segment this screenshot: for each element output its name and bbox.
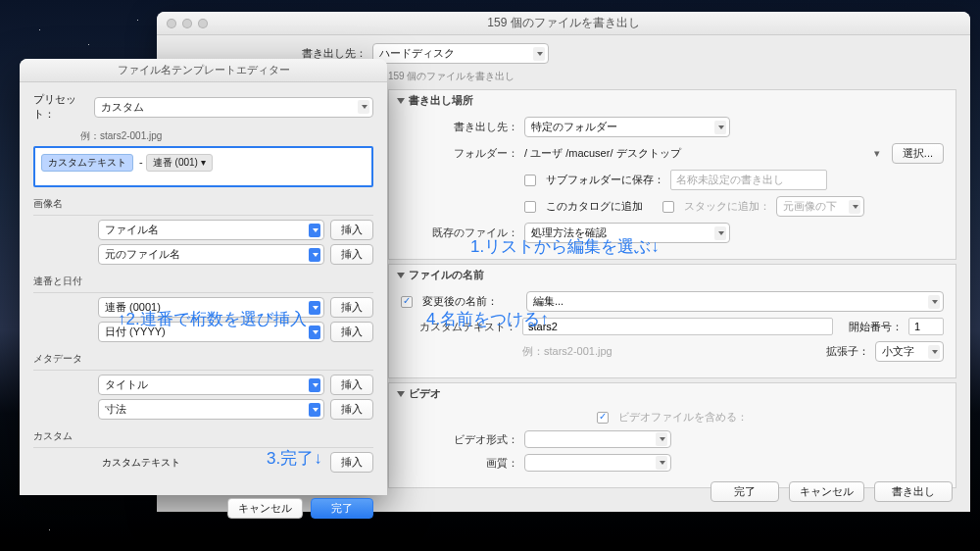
video-include-checkbox (597, 412, 609, 424)
existing-select[interactable]: 処理方法を確認 (524, 223, 730, 243)
filename-header[interactable]: ファイルの名前 (389, 265, 956, 285)
editor-title: ファイル名テンプレートエディター (20, 63, 387, 77)
editor-done-button[interactable]: 完了 (311, 498, 373, 519)
location-header[interactable]: 書き出し場所 (389, 90, 956, 111)
rename-select[interactable]: 編集... (526, 291, 944, 312)
token-separator: - (139, 156, 143, 168)
chevron-down-icon[interactable]: ▾ (874, 147, 880, 160)
subfolder-label: サブフォルダーに保存： (546, 173, 664, 187)
section-video: ビデオ ビデオファイルを含める： ビデオ形式： 画質： (388, 382, 956, 488)
disclosure-triangle-icon (397, 98, 405, 104)
editor-cancel-button[interactable]: キャンセル (227, 498, 303, 519)
insert-date[interactable]: 挿入 (330, 322, 373, 342)
imagename-select-2[interactable]: 元のファイル名 (98, 244, 324, 265)
choose-folder-button[interactable]: 選択... (892, 143, 944, 164)
main-window-title: 159 個のファイルを書き出し (157, 15, 970, 31)
token-custom-text[interactable]: カスタムテキスト (41, 154, 133, 172)
custom-text-row-label: カスタムテキスト (98, 456, 324, 470)
stack-label: スタックに追加： (684, 199, 770, 214)
dest-label: 書き出し先： (401, 120, 518, 134)
insert-custom[interactable]: 挿入 (330, 452, 373, 473)
editor-example: 例：stars2-001.jpg (80, 129, 373, 143)
export-button[interactable]: 書き出し (874, 481, 953, 502)
export-subtitle: 159 個のファイルを書き出し (388, 70, 956, 83)
video-header[interactable]: ビデオ (389, 383, 956, 404)
group-imagename: 画像名 (33, 197, 373, 211)
meta-select-2[interactable]: 寸法 (98, 399, 324, 420)
insert-meta-2[interactable]: 挿入 (330, 399, 373, 420)
filename-example: 例：stars2-001.jpg (522, 344, 612, 359)
ext-select[interactable]: 小文字 (875, 341, 944, 362)
catalog-label: このカタログに追加 (546, 199, 643, 214)
rename-checkbox[interactable] (401, 296, 413, 308)
folder-label: フォルダー： (401, 146, 518, 161)
section-location: 書き出し場所 書き出し先： 特定のフォルダー フォルダー： / ユーザ /mac… (388, 89, 956, 260)
stack-select: 元画像の下 (776, 196, 864, 217)
catalog-checkbox[interactable] (524, 201, 536, 213)
insert-seq[interactable]: 挿入 (330, 297, 373, 318)
subfolder-input: 名称未設定の書き出し (670, 170, 827, 190)
editor-titlebar: ファイル名テンプレートエディター (20, 59, 387, 82)
group-seqdate: 連番と日付 (33, 275, 373, 288)
existing-label: 既存のファイル： (401, 225, 518, 240)
video-include-label: ビデオファイルを含める： (618, 410, 748, 425)
preset-label: プリセット： (33, 92, 88, 122)
stack-checkbox (662, 201, 674, 213)
group-custom: カスタム (33, 429, 373, 443)
custom-text-label: カスタムテキスト： (401, 320, 516, 334)
section-filename: ファイルの名前 変更後の名前： 編集... カスタムテキスト： 開始番号： 例：… (388, 264, 956, 378)
main-cancel-button[interactable]: キャンセル (789, 481, 864, 502)
template-editor-window: ファイル名テンプレートエディター プリセット： カスタム 例：stars2-00… (20, 59, 387, 495)
video-format-select (524, 430, 671, 448)
video-format-label: ビデオ形式： (401, 432, 518, 447)
main-titlebar: 159 個のファイルを書き出し (157, 12, 970, 35)
imagename-select-1[interactable]: ファイル名 (98, 220, 324, 240)
disclosure-triangle-icon (397, 391, 405, 397)
dest-select[interactable]: 特定のフォルダー (524, 117, 730, 137)
token-sequence[interactable]: 連番 (001) ▾ (146, 154, 213, 172)
video-quality-label: 画質： (401, 456, 518, 471)
start-num-input[interactable] (908, 318, 944, 335)
date-select[interactable]: 日付 (YYYY) (98, 322, 324, 342)
rename-label: 変更後の名前： (422, 294, 520, 309)
insert-imagename-2[interactable]: 挿入 (330, 244, 373, 265)
group-metadata: メタデータ (33, 352, 373, 366)
subfolder-checkbox[interactable] (524, 175, 536, 186)
meta-select-1[interactable]: タイトル (98, 375, 324, 395)
folder-path: / ユーザ /macuser/ デスクトップ (524, 146, 862, 161)
insert-meta-1[interactable]: 挿入 (330, 375, 373, 395)
start-num-label: 開始番号： (849, 320, 903, 334)
export-to-select[interactable]: ハードディスク (372, 43, 549, 64)
seq-select[interactable]: 連番 (0001) (98, 297, 324, 318)
insert-imagename-1[interactable]: 挿入 (330, 220, 373, 240)
ext-label: 拡張子： (826, 344, 869, 359)
video-quality-select (524, 454, 671, 472)
disclosure-triangle-icon (397, 273, 405, 278)
main-done-button[interactable]: 完了 (710, 481, 779, 502)
template-token-box[interactable]: カスタムテキスト - 連番 (001) ▾ (33, 146, 373, 187)
custom-text-input[interactable] (522, 318, 833, 335)
preset-select[interactable]: カスタム (94, 97, 373, 118)
